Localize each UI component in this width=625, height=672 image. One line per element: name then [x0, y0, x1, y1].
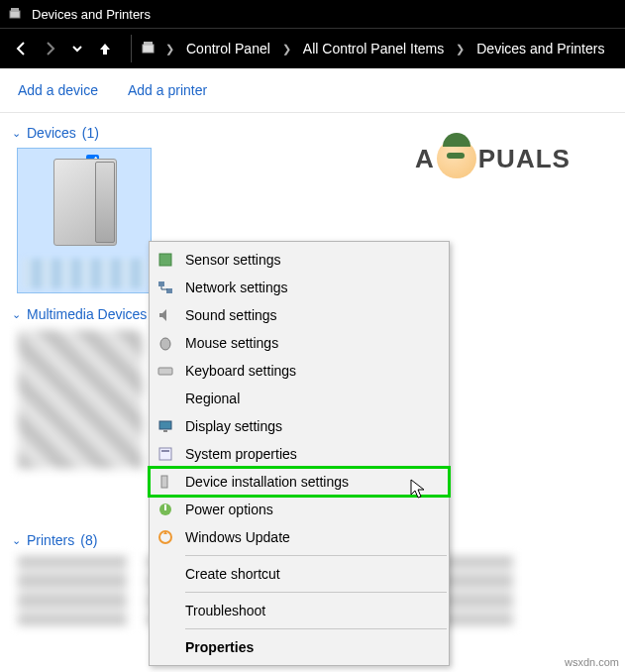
menu-label: Windows Update	[185, 529, 290, 545]
printer-tile-blurred[interactable]	[18, 556, 127, 625]
svg-rect-13	[161, 476, 167, 488]
section-count: (1)	[82, 125, 99, 141]
menu-keyboard-settings[interactable]: Keyboard settings	[150, 357, 449, 385]
up-button[interactable]	[93, 37, 117, 60]
menu-label: Display settings	[185, 418, 282, 434]
recent-button[interactable]	[65, 37, 89, 60]
section-count: (8)	[80, 532, 97, 548]
update-icon	[156, 527, 175, 547]
section-label: Printers	[27, 532, 74, 548]
menu-windows-update[interactable]: Windows Update	[150, 523, 449, 551]
power-icon	[156, 500, 175, 519]
svg-rect-0	[10, 11, 20, 18]
menu-troubleshoot[interactable]: Troubleshoot	[150, 597, 449, 624]
menu-label: Create shortcut	[185, 566, 280, 582]
context-menu: Sensor settings Network settings Sound s…	[149, 241, 450, 666]
menu-label: Properties	[185, 639, 254, 655]
pc-icon	[40, 157, 129, 251]
watermark-text: PUALS	[478, 144, 571, 174]
monitor-icon	[156, 416, 175, 436]
svg-rect-8	[158, 368, 172, 375]
chevron-right-icon: ❯	[161, 43, 178, 56]
svg-rect-12	[161, 450, 169, 452]
sensor-icon	[156, 250, 175, 270]
menu-label: Sound settings	[185, 307, 277, 323]
menu-create-shortcut[interactable]: Create shortcut	[150, 560, 449, 588]
keyboard-icon	[156, 361, 175, 381]
crumb-devices-printers[interactable]: Devices and Printers	[472, 39, 608, 58]
back-button[interactable]	[10, 37, 34, 60]
chevron-down-icon: ⌄	[12, 308, 21, 321]
device-tile-pc[interactable]	[18, 149, 151, 292]
menu-label: Sensor settings	[185, 252, 281, 268]
app-icon	[8, 6, 24, 22]
menu-mouse-settings[interactable]: Mouse settings	[150, 329, 449, 357]
chevron-right-icon: ❯	[278, 43, 295, 56]
menu-system-properties[interactable]: System properties	[150, 440, 449, 468]
svg-rect-2	[143, 45, 154, 53]
chevron-down-icon: ⌄	[12, 534, 21, 547]
forward-button[interactable]	[38, 37, 61, 60]
location-icon	[140, 39, 157, 59]
menu-label: Mouse settings	[185, 335, 278, 351]
chevron-right-icon: ❯	[452, 43, 469, 56]
breadcrumb[interactable]: ❯ Control Panel ❯ All Control Panel Item…	[131, 35, 608, 62]
menu-label: Device installation settings	[185, 474, 349, 490]
add-printer-link[interactable]: Add a printer	[128, 82, 207, 98]
watermark-face-icon	[437, 139, 476, 178]
menu-sound-settings[interactable]: Sound settings	[150, 301, 449, 329]
properties-icon	[156, 444, 175, 464]
svg-rect-9	[159, 421, 171, 429]
svg-rect-5	[158, 281, 164, 286]
menu-separator	[185, 555, 447, 556]
install-icon	[156, 472, 175, 492]
menu-label: System properties	[185, 446, 297, 462]
menu-separator	[185, 628, 447, 629]
svg-rect-3	[144, 42, 153, 45]
menu-label: Network settings	[185, 280, 287, 295]
menu-sensor-settings[interactable]: Sensor settings	[150, 246, 449, 274]
network-icon	[156, 278, 175, 297]
window-titlebar: Devices and Printers	[0, 0, 625, 28]
crumb-control-panel[interactable]: Control Panel	[182, 39, 274, 58]
menu-display-settings[interactable]: Display settings	[150, 412, 449, 440]
crumb-all-items[interactable]: All Control Panel Items	[299, 39, 448, 58]
multimedia-device-blurred[interactable]	[18, 330, 143, 469]
svg-rect-10	[163, 430, 167, 432]
menu-label: Troubleshoot	[185, 603, 265, 618]
speaker-icon	[156, 305, 175, 325]
command-bar: Add a device Add a printer	[0, 68, 625, 113]
menu-label: Keyboard settings	[185, 363, 296, 379]
section-label: Devices	[27, 125, 76, 141]
section-label: Multimedia Devices	[27, 306, 147, 322]
menu-device-installation-settings[interactable]: Device installation settings	[150, 468, 449, 496]
chevron-down-icon: ⌄	[12, 127, 21, 140]
menu-label: Power options	[185, 502, 273, 517]
mouse-icon	[156, 333, 175, 353]
menu-separator	[185, 592, 447, 593]
nav-toolbar: ❯ Control Panel ❯ All Control Panel Item…	[0, 28, 625, 68]
window-title: Devices and Printers	[32, 7, 151, 22]
watermark: A PUALS	[415, 139, 613, 178]
menu-properties[interactable]: Properties	[150, 633, 449, 661]
svg-rect-11	[159, 448, 171, 460]
device-label-blurred	[22, 259, 147, 288]
svg-rect-4	[159, 254, 171, 266]
svg-point-7	[160, 338, 170, 350]
menu-regional[interactable]: Regional	[150, 385, 449, 412]
menu-power-options[interactable]: Power options	[150, 496, 449, 523]
menu-network-settings[interactable]: Network settings	[150, 274, 449, 301]
menu-label: Regional	[185, 391, 240, 406]
watermark-text: A	[415, 144, 435, 174]
source-stamp: wsxdn.com	[565, 656, 619, 668]
svg-rect-1	[11, 8, 19, 11]
add-device-link[interactable]: Add a device	[18, 82, 98, 98]
